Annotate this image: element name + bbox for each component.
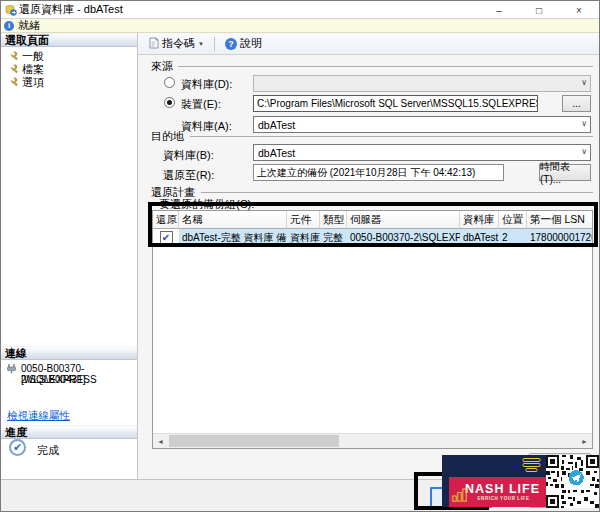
- view-connection-properties-link[interactable]: 檢視連線屬性: [7, 409, 70, 423]
- column-header-database[interactable]: 資料庫: [460, 211, 499, 229]
- sidebar-item-label: 選項: [22, 75, 44, 90]
- source-device-radio[interactable]: [164, 97, 175, 108]
- wrench-icon: [8, 51, 18, 63]
- status-label: 就緒: [18, 18, 40, 33]
- help-label: 說明: [240, 36, 262, 51]
- checkbox-checked-icon: ✔: [162, 232, 170, 244]
- backup-sets-grid: 還原 名稱 元件 類型 伺服器 資料庫 位置 第一個 LSN ✔ dbATest…: [152, 210, 593, 449]
- progress-done-icon: ✔: [9, 439, 26, 456]
- wrench-icon: [8, 77, 18, 89]
- nash-life-banner: NASH LIFE ENRICH YOUR LIFE: [449, 477, 546, 507]
- sidebar: 選取頁面 一般 檔案 選項 連線 0050-B00370-2\SQLEXPRES…: [1, 33, 138, 479]
- destination-group-label: 目的地: [151, 129, 184, 144]
- server-cell: 0050-B00370-2\SQLEXPRESS: [347, 229, 460, 246]
- source-group-line: [178, 66, 593, 67]
- close-button[interactable]: ×: [559, 1, 599, 19]
- source-group-label: 來源: [151, 59, 173, 74]
- restore-to-label: 還原至(R):: [163, 168, 214, 183]
- browse-button[interactable]: ...: [562, 95, 591, 112]
- script-dropdown-icon: ▼: [198, 41, 204, 47]
- restore-database-app-icon: [5, 4, 17, 18]
- database-cell: dbATest: [460, 229, 499, 246]
- sidebar-item-options[interactable]: 選項: [1, 76, 137, 89]
- restore-checkbox[interactable]: ✔: [160, 231, 173, 244]
- help-icon: ?: [225, 38, 237, 50]
- destination-database-combo[interactable]: dbATest ∨: [253, 144, 591, 161]
- column-header-first-lsn[interactable]: 第一個 LSN: [527, 211, 592, 229]
- maximize-icon: □: [536, 5, 542, 16]
- source-database-select-label: 資料庫(A):: [181, 119, 232, 134]
- close-icon: ×: [576, 5, 582, 16]
- info-icon: i: [4, 21, 14, 31]
- column-header-restore[interactable]: 還原: [153, 211, 179, 229]
- select-page-header: 選取頁面: [1, 33, 137, 47]
- name-cell: dbATest-完整 資料庫 備份: [179, 229, 287, 246]
- connection-header: 連線: [1, 346, 137, 360]
- gavel-icon: [522, 458, 542, 475]
- minimize-button[interactable]: –: [479, 1, 519, 19]
- source-database-radio-label: 資料庫(D):: [181, 77, 232, 92]
- grid-header-row: 還原 名稱 元件 類型 伺服器 資料庫 位置 第一個 LSN: [153, 211, 592, 229]
- scrollbar-thumb[interactable]: [169, 435, 339, 447]
- titlebar: 還原資料庫 - dbATest – □ ×: [1, 1, 599, 19]
- restore-database-dialog: 還原資料庫 - dbATest – □ × i 就緒 選取頁面 一般 檔案 選項…: [0, 0, 600, 512]
- column-header-position[interactable]: 位置: [499, 211, 527, 229]
- toolbar-separator: [214, 37, 215, 51]
- device-path-input[interactable]: C:\Program Files\Microsoft SQL Server\MS…: [253, 95, 538, 112]
- scroll-left-icon[interactable]: ◄: [153, 434, 168, 448]
- restore-to-input[interactable]: 上次建立的備份 (2021年10月28日 下午 04:42:13): [253, 164, 504, 181]
- horizontal-scrollbar[interactable]: ◄ ►: [153, 433, 592, 448]
- progress-status: 完成: [37, 443, 59, 458]
- column-header-name[interactable]: 名稱: [179, 211, 287, 229]
- source-database-combo[interactable]: ∨: [253, 75, 591, 92]
- first-lsn-cell: 1780000017208: [527, 229, 592, 246]
- column-header-server[interactable]: 伺服器: [347, 211, 460, 229]
- chevron-down-icon: ∨: [581, 78, 587, 87]
- source-device-radio-label: 裝置(E):: [181, 97, 221, 112]
- script-label: 指令碼: [162, 36, 195, 51]
- chevron-down-icon: ∨: [581, 119, 587, 128]
- script-icon: [148, 37, 159, 51]
- progress-header: 進度: [1, 425, 137, 439]
- connection-user: [WLS\B00431]: [21, 374, 135, 385]
- telegram-icon: [568, 470, 583, 485]
- wrench-icon: [8, 64, 18, 76]
- help-button[interactable]: ? 說明: [221, 34, 266, 53]
- restore-cell: ✔: [153, 229, 179, 246]
- column-header-component[interactable]: 元件: [287, 211, 320, 229]
- scroll-right-icon[interactable]: ►: [577, 434, 592, 448]
- window-controls: – □ ×: [479, 1, 599, 19]
- qr-code: [546, 455, 599, 508]
- script-button[interactable]: 指令碼 ▼: [144, 34, 208, 53]
- status-strip: i 就緒: [1, 19, 599, 33]
- table-row[interactable]: ✔ dbATest-完整 資料庫 備份 資料庫 完整 0050-B00370-2…: [153, 229, 592, 246]
- main-panel: 指令碼 ▼ ? 說明 來源 資料庫(D): ∨ 裝置(E): C:\Progra…: [138, 33, 600, 479]
- connection-icon: [6, 363, 18, 377]
- window-title: 還原資料庫 - dbATest: [19, 2, 123, 17]
- timeline-button[interactable]: 時間表(T)...: [539, 164, 591, 181]
- nash-life-watermark: NASH LIFE ENRICH YOUR LIFE: [442, 455, 546, 507]
- bar-chart-icon: [452, 488, 468, 504]
- restore-plan-group-line: [201, 192, 593, 193]
- toolbar: 指令碼 ▼ ? 說明: [138, 33, 600, 55]
- destination-group-line: [190, 136, 593, 137]
- maximize-button[interactable]: □: [519, 1, 559, 19]
- type-cell: 完整: [320, 229, 347, 246]
- chevron-down-icon: ∨: [581, 147, 587, 156]
- destination-database-value: dbATest: [258, 147, 295, 159]
- minimize-icon: –: [496, 5, 502, 16]
- column-header-type[interactable]: 類型: [320, 211, 347, 229]
- source-database-select-value: dbATest: [258, 119, 295, 131]
- component-cell: 資料庫: [287, 229, 320, 246]
- position-cell: 2: [499, 229, 527, 246]
- source-database-select[interactable]: dbATest ∨: [253, 116, 591, 133]
- destination-database-label: 資料庫(B):: [163, 148, 214, 163]
- source-database-radio[interactable]: [164, 77, 175, 88]
